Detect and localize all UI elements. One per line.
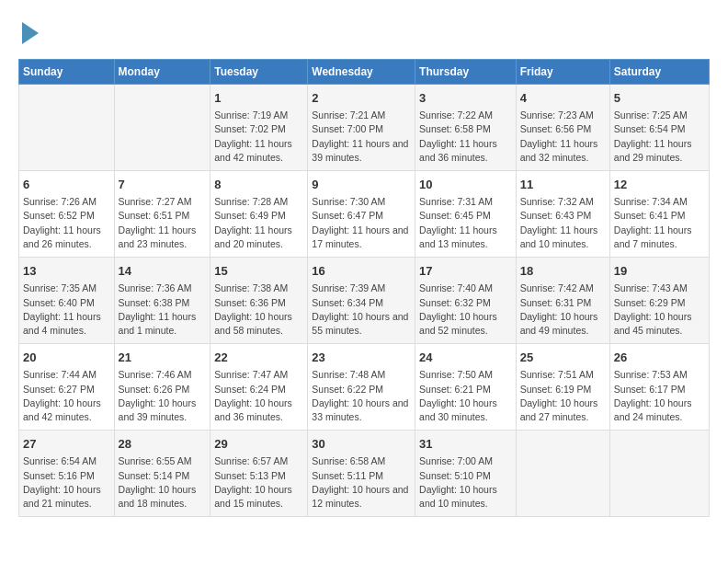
day-info: Sunrise: 7:25 AM Sunset: 6:54 PM Dayligh…: [614, 109, 705, 165]
calendar-cell: 24Sunrise: 7:50 AM Sunset: 6:21 PM Dayli…: [415, 344, 517, 431]
calendar-cell: 11Sunrise: 7:32 AM Sunset: 6:43 PM Dayli…: [516, 171, 609, 258]
column-header-thursday: Thursday: [415, 60, 517, 85]
day-info: Sunrise: 7:47 AM Sunset: 6:24 PM Dayligh…: [214, 368, 303, 424]
calendar-cell: 19Sunrise: 7:43 AM Sunset: 6:29 PM Dayli…: [609, 258, 709, 344]
day-info: Sunrise: 7:34 AM Sunset: 6:41 PM Dayligh…: [614, 195, 705, 251]
day-number: 28: [119, 436, 207, 453]
calendar-header-row: SundayMondayTuesdayWednesdayThursdayFrid…: [19, 60, 710, 85]
day-number: 17: [419, 263, 512, 280]
calendar-cell: 10Sunrise: 7:31 AM Sunset: 6:45 PM Dayli…: [415, 171, 517, 258]
calendar-cell: 6Sunrise: 7:26 AM Sunset: 6:52 PM Daylig…: [19, 171, 115, 258]
calendar-cell: [19, 85, 115, 171]
day-info: Sunrise: 7:46 AM Sunset: 6:26 PM Dayligh…: [119, 368, 207, 424]
column-header-sunday: Sunday: [19, 60, 115, 85]
calendar-cell: 27Sunrise: 6:54 AM Sunset: 5:16 PM Dayli…: [19, 431, 115, 517]
day-number: 18: [520, 263, 606, 280]
day-number: 11: [520, 177, 606, 193]
day-number: 12: [614, 177, 705, 193]
column-header-monday: Monday: [114, 60, 210, 85]
day-number: 20: [23, 350, 110, 366]
calendar-cell: 28Sunrise: 6:55 AM Sunset: 5:14 PM Dayli…: [114, 431, 210, 517]
calendar-cell: 22Sunrise: 7:47 AM Sunset: 6:24 PM Dayli…: [210, 344, 308, 431]
day-info: Sunrise: 7:40 AM Sunset: 6:32 PM Dayligh…: [419, 282, 512, 338]
day-info: Sunrise: 7:48 AM Sunset: 6:22 PM Dayligh…: [312, 368, 411, 424]
logo: [18, 18, 39, 44]
day-number: 8: [214, 177, 303, 193]
calendar-cell: 15Sunrise: 7:38 AM Sunset: 6:36 PM Dayli…: [210, 258, 308, 344]
day-info: Sunrise: 6:57 AM Sunset: 5:13 PM Dayligh…: [214, 454, 303, 511]
day-info: Sunrise: 7:26 AM Sunset: 6:52 PM Dayligh…: [23, 195, 110, 251]
day-info: Sunrise: 6:54 AM Sunset: 5:16 PM Dayligh…: [23, 454, 110, 511]
day-number: 3: [419, 90, 512, 107]
calendar-cell: 20Sunrise: 7:44 AM Sunset: 6:27 PM Dayli…: [19, 344, 115, 431]
day-info: Sunrise: 7:27 AM Sunset: 6:51 PM Dayligh…: [119, 195, 207, 251]
day-info: Sunrise: 7:35 AM Sunset: 6:40 PM Dayligh…: [23, 282, 110, 338]
day-info: Sunrise: 7:51 AM Sunset: 6:19 PM Dayligh…: [520, 368, 606, 424]
day-info: Sunrise: 7:38 AM Sunset: 6:36 PM Dayligh…: [214, 282, 303, 338]
day-number: 4: [520, 90, 606, 107]
day-number: 14: [119, 263, 207, 280]
day-number: 13: [23, 263, 110, 280]
calendar-table: SundayMondayTuesdayWednesdayThursdayFrid…: [18, 59, 710, 517]
day-info: Sunrise: 7:23 AM Sunset: 6:56 PM Dayligh…: [520, 109, 606, 165]
day-info: Sunrise: 6:58 AM Sunset: 5:11 PM Dayligh…: [312, 454, 411, 511]
day-number: 27: [23, 436, 110, 453]
calendar-cell: 17Sunrise: 7:40 AM Sunset: 6:32 PM Dayli…: [415, 258, 517, 344]
day-number: 16: [312, 263, 411, 280]
calendar-cell: 16Sunrise: 7:39 AM Sunset: 6:34 PM Dayli…: [308, 258, 415, 344]
column-header-saturday: Saturday: [609, 60, 709, 85]
calendar-cell: 25Sunrise: 7:51 AM Sunset: 6:19 PM Dayli…: [516, 344, 609, 431]
day-info: Sunrise: 7:39 AM Sunset: 6:34 PM Dayligh…: [312, 282, 411, 338]
day-number: 26: [614, 350, 705, 366]
day-number: 31: [419, 436, 512, 453]
day-number: 15: [214, 263, 303, 280]
column-header-tuesday: Tuesday: [210, 60, 308, 85]
calendar-cell: 5Sunrise: 7:25 AM Sunset: 6:54 PM Daylig…: [609, 85, 709, 171]
day-info: Sunrise: 7:43 AM Sunset: 6:29 PM Dayligh…: [614, 282, 705, 338]
calendar-cell: 29Sunrise: 6:57 AM Sunset: 5:13 PM Dayli…: [210, 431, 308, 517]
column-header-friday: Friday: [516, 60, 609, 85]
day-number: 29: [214, 436, 303, 453]
day-info: Sunrise: 7:22 AM Sunset: 6:58 PM Dayligh…: [419, 109, 512, 165]
calendar-cell: 8Sunrise: 7:28 AM Sunset: 6:49 PM Daylig…: [210, 171, 308, 258]
calendar-cell: 30Sunrise: 6:58 AM Sunset: 5:11 PM Dayli…: [308, 431, 415, 517]
day-info: Sunrise: 7:36 AM Sunset: 6:38 PM Dayligh…: [119, 282, 207, 338]
calendar-cell: 4Sunrise: 7:23 AM Sunset: 6:56 PM Daylig…: [516, 85, 609, 171]
day-number: 19: [614, 263, 705, 280]
calendar-cell: 26Sunrise: 7:53 AM Sunset: 6:17 PM Dayli…: [609, 344, 709, 431]
day-number: 25: [520, 350, 606, 366]
day-number: 9: [312, 177, 411, 193]
day-info: Sunrise: 7:30 AM Sunset: 6:47 PM Dayligh…: [312, 195, 411, 251]
day-info: Sunrise: 7:19 AM Sunset: 7:02 PM Dayligh…: [214, 109, 303, 165]
calendar-cell: 7Sunrise: 7:27 AM Sunset: 6:51 PM Daylig…: [114, 171, 210, 258]
day-info: Sunrise: 7:32 AM Sunset: 6:43 PM Dayligh…: [520, 195, 606, 251]
column-header-wednesday: Wednesday: [308, 60, 415, 85]
day-number: 5: [614, 90, 705, 107]
calendar-cell: [516, 431, 609, 517]
calendar-cell: 31Sunrise: 7:00 AM Sunset: 5:10 PM Dayli…: [415, 431, 517, 517]
day-number: 23: [312, 350, 411, 366]
day-info: Sunrise: 6:55 AM Sunset: 5:14 PM Dayligh…: [119, 454, 207, 511]
calendar-week-row: 13Sunrise: 7:35 AM Sunset: 6:40 PM Dayli…: [19, 258, 710, 344]
day-info: Sunrise: 7:21 AM Sunset: 7:00 PM Dayligh…: [312, 109, 411, 165]
day-number: 21: [119, 350, 207, 366]
day-number: 2: [312, 90, 411, 107]
calendar-week-row: 27Sunrise: 6:54 AM Sunset: 5:16 PM Dayli…: [19, 431, 710, 517]
calendar-week-row: 6Sunrise: 7:26 AM Sunset: 6:52 PM Daylig…: [19, 171, 710, 258]
day-number: 30: [312, 436, 411, 453]
day-info: Sunrise: 7:31 AM Sunset: 6:45 PM Dayligh…: [419, 195, 512, 251]
calendar-cell: 3Sunrise: 7:22 AM Sunset: 6:58 PM Daylig…: [415, 85, 517, 171]
day-number: 6: [23, 177, 110, 193]
day-info: Sunrise: 7:42 AM Sunset: 6:31 PM Dayligh…: [520, 282, 606, 338]
day-number: 24: [419, 350, 512, 366]
calendar-cell: 21Sunrise: 7:46 AM Sunset: 6:26 PM Dayli…: [114, 344, 210, 431]
calendar-cell: [114, 85, 210, 171]
day-info: Sunrise: 7:00 AM Sunset: 5:10 PM Dayligh…: [419, 454, 512, 511]
calendar-cell: [609, 431, 709, 517]
calendar-cell: 12Sunrise: 7:34 AM Sunset: 6:41 PM Dayli…: [609, 171, 709, 258]
day-info: Sunrise: 7:44 AM Sunset: 6:27 PM Dayligh…: [23, 368, 110, 424]
calendar-cell: 14Sunrise: 7:36 AM Sunset: 6:38 PM Dayli…: [114, 258, 210, 344]
calendar-cell: 23Sunrise: 7:48 AM Sunset: 6:22 PM Dayli…: [308, 344, 415, 431]
calendar-week-row: 20Sunrise: 7:44 AM Sunset: 6:27 PM Dayli…: [19, 344, 710, 431]
day-number: 1: [214, 90, 303, 107]
